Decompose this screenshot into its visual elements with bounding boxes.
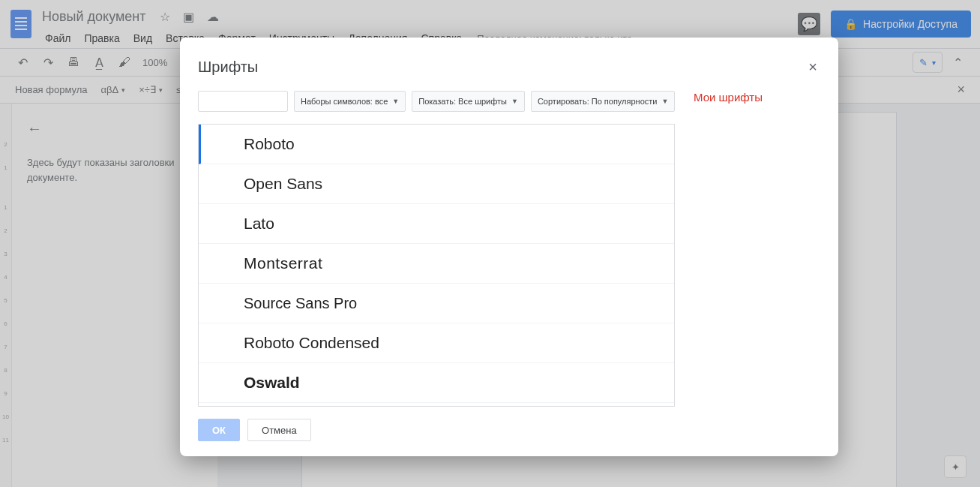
chevron-down-icon: ▼ <box>511 98 518 105</box>
my-fonts-title: Мои шрифты <box>694 91 820 104</box>
fonts-dialog: Шрифты × Наборы символов: все▼ Показать:… <box>180 38 838 456</box>
font-row-montserrat[interactable]: Montserrat <box>199 244 674 284</box>
font-row-oswald[interactable]: Oswald <box>199 363 674 403</box>
my-fonts-pane: Мои шрифты <box>693 91 820 407</box>
font-row-roboto[interactable]: Roboto <box>199 125 674 164</box>
filter-sort-dropdown[interactable]: Сортировать: По популярности▼ <box>531 91 676 112</box>
font-filter-row: Наборы символов: все▼ Показать: Все шриф… <box>198 91 675 112</box>
dialog-footer: ОК Отмена <box>180 407 838 456</box>
font-row-roboto-condensed[interactable]: Roboto Condensed <box>199 323 674 363</box>
dialog-close-icon[interactable]: × <box>805 56 820 79</box>
font-row-open-sans[interactable]: Open Sans <box>199 164 674 204</box>
font-row-source-sans-pro[interactable]: Source Sans Pro <box>199 284 674 323</box>
cancel-button[interactable]: Отмена <box>247 419 311 441</box>
chevron-down-icon: ▼ <box>392 98 399 105</box>
ok-button[interactable]: ОК <box>198 419 240 441</box>
filter-scripts-dropdown[interactable]: Наборы символов: все▼ <box>294 91 406 112</box>
filter-show-dropdown[interactable]: Показать: Все шрифты▼ <box>412 91 525 112</box>
chevron-down-icon: ▼ <box>661 98 668 105</box>
font-search-input[interactable] <box>198 91 288 112</box>
font-list[interactable]: Roboto Open Sans Lato Montserrat Source … <box>198 124 675 407</box>
font-row-lato[interactable]: Lato <box>199 204 674 244</box>
dialog-title: Шрифты <box>198 59 805 76</box>
